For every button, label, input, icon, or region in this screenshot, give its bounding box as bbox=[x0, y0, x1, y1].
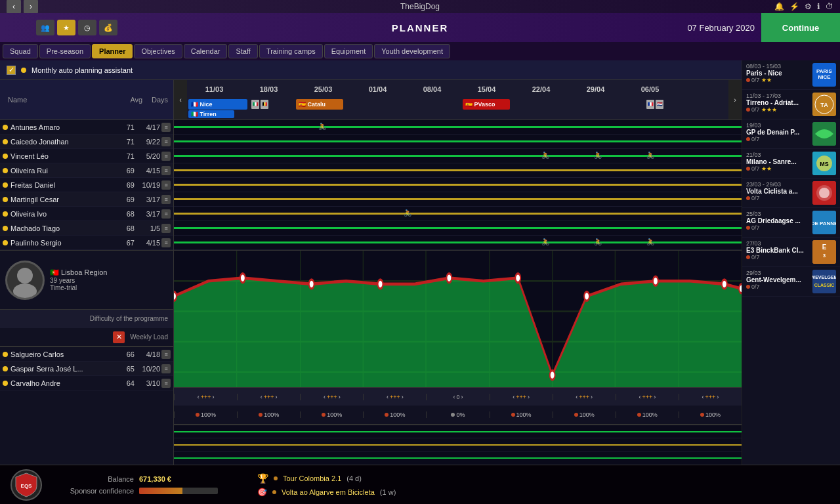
timer-icon[interactable]: ⏱ bbox=[826, 2, 833, 11]
svg-point-23 bbox=[653, 276, 658, 285]
continue-button[interactable]: Continue bbox=[761, 13, 840, 42]
sponsor-label: Sponsor confidence bbox=[55, 487, 134, 495]
finance-icon-btn[interactable]: 💰 bbox=[99, 20, 117, 35]
coach-info: 🇵🇹 Lisboa Region 39 years Time-trial bbox=[0, 250, 173, 309]
rider-info-1[interactable]: ≡ bbox=[161, 137, 171, 146]
planner-icon-btn[interactable]: ★ bbox=[57, 20, 75, 35]
weekly-load-label-row: ✕ Weekly Load bbox=[0, 327, 173, 346]
rider-row-6: Oliveira Ivo 68 3/17 ≡ bbox=[0, 207, 173, 221]
tab-preseason[interactable]: Pre-season bbox=[39, 44, 91, 58]
rider-icon-0: 🚴 bbox=[318, 123, 326, 130]
tab-staff[interactable]: Staff bbox=[228, 44, 257, 58]
race-catalu[interactable]: 🇪🇸 Catalu bbox=[296, 99, 343, 110]
info-icon[interactable]: ℹ bbox=[817, 2, 820, 11]
tab-calendar[interactable]: Calendar bbox=[184, 44, 228, 58]
stats-icon-btn[interactable]: ◷ bbox=[78, 20, 96, 35]
rider-info-5[interactable]: ≡ bbox=[161, 195, 171, 204]
race-nice[interactable]: 🇫🇷 Nice bbox=[188, 99, 247, 110]
weekly-load-items-row: 100% 100% 100% 100% 0% 100% 100% 100% 10… bbox=[174, 406, 742, 424]
forward-button[interactable]: › bbox=[24, 0, 38, 14]
tab-planner[interactable]: Planner bbox=[92, 44, 133, 58]
race-logo-3: MS bbox=[812, 152, 836, 175]
race-item-7[interactable]: 29/03 Gent-Wevelgem... 0/7 WEVELGEMCLASS… bbox=[742, 267, 840, 297]
rider-bar-fill-6 bbox=[174, 213, 742, 215]
rider-info-6[interactable]: ≡ bbox=[161, 209, 171, 219]
race-item-4[interactable]: 23/03 - 29/03 Volta Ciclista a... 0/7 bbox=[742, 178, 840, 208]
delete-button[interactable]: ✕ bbox=[113, 331, 125, 343]
rider-avg-7: 68 bbox=[114, 224, 134, 232]
rider-info-0[interactable]: ≡ bbox=[161, 123, 171, 132]
race-status-row-1: 🎯 Volta ao Algarve em Bicicleta (1 w) bbox=[257, 488, 830, 497]
rider-info-7[interactable]: ≡ bbox=[161, 224, 171, 233]
race-item-info-0: 08/03 - 15/03 Paris - Nice 0/7 ★★ bbox=[746, 63, 810, 83]
sec-rider-info-0[interactable]: ≡ bbox=[161, 350, 171, 359]
date-5: 15/04 bbox=[459, 85, 514, 93]
svg-marker-14 bbox=[174, 278, 742, 387]
scroll-left-arrow[interactable]: ‹ bbox=[174, 80, 187, 119]
rider-info-2[interactable]: ≡ bbox=[161, 152, 171, 161]
rider-info-3[interactable]: ≡ bbox=[161, 166, 171, 175]
rider-bar-row-2: 🚴 🚴 🚴 bbox=[174, 149, 742, 163]
scroll-right-arrow[interactable]: › bbox=[728, 80, 742, 119]
rider-avg-5: 69 bbox=[114, 196, 134, 203]
auto-planning-checkbox[interactable]: ✓ bbox=[7, 66, 16, 75]
svg-point-21 bbox=[550, 371, 555, 380]
svg-text:CLASSIC: CLASSIC bbox=[814, 283, 835, 287]
rider-bar-row-6: 🚴 bbox=[174, 207, 742, 221]
col-header-days: Days bbox=[142, 96, 171, 104]
bolt-icon[interactable]: ⚡ bbox=[789, 2, 799, 11]
bell-icon[interactable]: 🔔 bbox=[774, 2, 784, 11]
rider-name-6: Oliveira Ivo bbox=[10, 210, 114, 218]
secondary-rider-bars bbox=[174, 424, 742, 465]
race-item-1[interactable]: 11/03 - 17/03 Tirreno - Adriat... 0/7 ★★… bbox=[742, 90, 840, 119]
coach-avatar bbox=[5, 261, 45, 300]
svg-text:DE PANNE: DE PANNE bbox=[812, 220, 836, 226]
status-bar: EQS Balance 671,330 € Sponsor confidence… bbox=[0, 465, 840, 504]
tab-squad[interactable]: Squad bbox=[3, 44, 38, 58]
race-item-6[interactable]: 27/03 E3 BinckBank Cl... 0/7 E3 bbox=[742, 238, 840, 267]
rider-bar-row-5 bbox=[174, 192, 742, 207]
sec-rider-dot-0 bbox=[3, 352, 8, 357]
race-item-5[interactable]: 25/03 AG Driedaagse ... 0/7 DE PANNE bbox=[742, 208, 840, 238]
balance-row: Balance 671,330 € bbox=[55, 475, 218, 483]
planner-area: ✓ Monthly auto planning assistant Name A… bbox=[0, 60, 742, 465]
rider-info-8[interactable]: ≡ bbox=[161, 238, 171, 247]
coach-role: Time-trial bbox=[50, 284, 107, 291]
race-pvasco[interactable]: 🇪🇸 PVasco bbox=[463, 99, 510, 110]
sec-rider-name-1: Gaspar Serra José L... bbox=[10, 365, 114, 373]
sec-rider-dot-1 bbox=[3, 366, 8, 371]
squad-icon-btn[interactable]: 👥 bbox=[36, 20, 54, 35]
date-8: 06/05 bbox=[623, 85, 677, 93]
race-date-2: 19/03 bbox=[746, 122, 810, 129]
rider-dot-5 bbox=[3, 197, 8, 202]
svg-point-20 bbox=[515, 274, 520, 283]
date-0: 11/03 bbox=[187, 85, 242, 93]
race-item-3[interactable]: 21/03 Milano - Sanre... 0/7 ★★ MS bbox=[742, 149, 840, 178]
race-item-2[interactable]: 19/03 GP de Denain P... 0/7 bbox=[742, 119, 840, 149]
rider-row-2: Vincent Léo 71 5/20 ≡ bbox=[0, 149, 173, 163]
rider-bar-fill-5 bbox=[174, 198, 742, 200]
sec-bar-row-1 bbox=[174, 438, 742, 452]
rider-icon-8b: 🚴 bbox=[594, 238, 602, 245]
sec-rider-info-2[interactable]: ≡ bbox=[161, 379, 171, 388]
back-button[interactable]: ‹ bbox=[7, 0, 21, 14]
rider-bar-row-7 bbox=[174, 221, 742, 236]
race-tirren[interactable]: 🇮🇹 Tirren bbox=[188, 110, 234, 118]
riders-main-list: Antunes Amaro 71 4/17 ≡ Caicedo Jonathan… bbox=[0, 120, 173, 250]
svg-text:WEVELGEM: WEVELGEM bbox=[812, 275, 836, 280]
tab-training-camps[interactable]: Training camps bbox=[259, 44, 323, 58]
tab-objectives[interactable]: Objectives bbox=[134, 44, 182, 58]
sec-rider-dot-2 bbox=[3, 381, 8, 386]
date-3: 01/04 bbox=[350, 85, 405, 93]
tab-youth-development[interactable]: Youth development bbox=[374, 44, 450, 58]
target-icon-1: 🎯 bbox=[257, 488, 267, 497]
tab-equipment[interactable]: Equipment bbox=[324, 44, 373, 58]
race-item-info-1: 11/03 - 17/03 Tirreno - Adriat... 0/7 ★★… bbox=[746, 93, 810, 113]
rider-avg-0: 71 bbox=[114, 123, 134, 131]
gear-icon[interactable]: ⚙ bbox=[805, 2, 812, 11]
sec-rider-info-1[interactable]: ≡ bbox=[161, 364, 171, 373]
rider-info-4[interactable]: ≡ bbox=[161, 180, 171, 190]
svg-point-24 bbox=[722, 280, 727, 289]
race-date-3: 21/03 bbox=[746, 152, 810, 158]
race-item-0[interactable]: 08/03 - 15/03 Paris - Nice 0/7 ★★ PARISN… bbox=[742, 60, 840, 90]
